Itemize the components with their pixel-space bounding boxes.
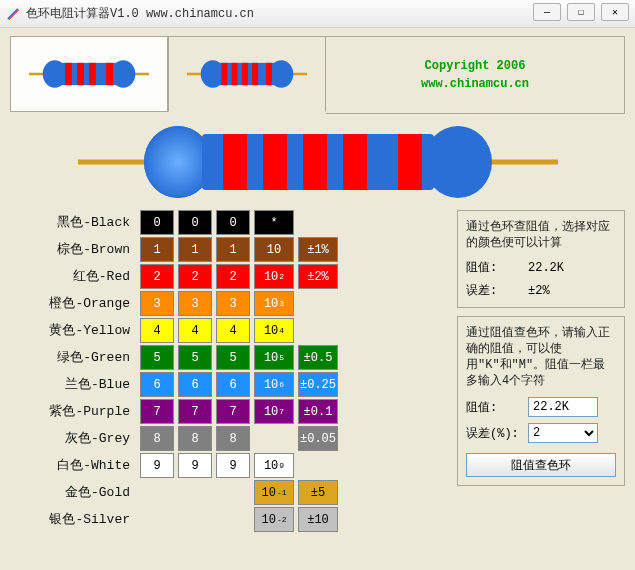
band-cell — [216, 480, 250, 505]
band-cell — [298, 318, 338, 343]
band-cell[interactable]: 5 — [216, 345, 250, 370]
band-cell[interactable]: 3 — [178, 291, 212, 316]
lookup-button[interactable]: 阻值查色环 — [466, 453, 616, 477]
tab-4band[interactable] — [10, 36, 168, 112]
band-cell[interactable]: 9 — [178, 453, 212, 478]
panel1-r-value: 22.2K — [528, 261, 564, 275]
band-cell[interactable]: 10 — [254, 237, 294, 262]
band-cell[interactable]: 105 — [254, 345, 294, 370]
band-cell[interactable]: 103 — [254, 291, 294, 316]
band-cell[interactable]: 10-2 — [254, 507, 294, 532]
band-cell[interactable]: 2 — [140, 264, 174, 289]
band-cell[interactable]: 107 — [254, 399, 294, 424]
band-cell[interactable]: 10-1 — [254, 480, 294, 505]
band-cell[interactable]: 6 — [140, 372, 174, 397]
band-cell[interactable]: 0 — [140, 210, 174, 235]
band-cell[interactable]: 7 — [216, 399, 250, 424]
color-grid: 黑色-Black000*棕色-Brown11110±1%红色-Red222102… — [10, 210, 449, 532]
band-cell[interactable]: 1 — [178, 237, 212, 262]
band-cell[interactable]: 6 — [216, 372, 250, 397]
svg-rect-26 — [303, 134, 327, 190]
band-cell[interactable]: 4 — [216, 318, 250, 343]
band-cell — [254, 426, 294, 451]
band-cell[interactable]: ±0.25 — [298, 372, 338, 397]
color-label: 绿色-Green — [10, 345, 136, 370]
band-cell[interactable]: 6 — [178, 372, 212, 397]
band-cell[interactable]: ±10 — [298, 507, 338, 532]
band-cell[interactable]: 8 — [216, 426, 250, 451]
band-cell[interactable]: ±2% — [298, 264, 338, 289]
band-cell[interactable]: ±0.5 — [298, 345, 338, 370]
band-cell[interactable]: 4 — [140, 318, 174, 343]
band-cell[interactable]: 7 — [178, 399, 212, 424]
panel1-t-value: ±2% — [528, 284, 550, 298]
color-label: 棕色-Brown — [10, 237, 136, 262]
band-cell[interactable]: 4 — [178, 318, 212, 343]
band-cell[interactable]: 102 — [254, 264, 294, 289]
tab-5band[interactable] — [168, 36, 326, 112]
band-cell[interactable]: * — [254, 210, 294, 235]
band-cell — [298, 453, 338, 478]
band-cell[interactable]: 2 — [178, 264, 212, 289]
color-label: 白色-White — [10, 453, 136, 478]
svg-point-21 — [144, 126, 212, 198]
band-cell — [178, 507, 212, 532]
band-cell[interactable]: 106 — [254, 372, 294, 397]
band-cell[interactable]: 7 — [140, 399, 174, 424]
band-cell[interactable]: 2 — [216, 264, 250, 289]
titlebar: 色环电阻计算器V1.0 www.chinamcu.cn — ☐ ✕ — [0, 0, 635, 28]
tolerance-select[interactable]: 120.50.250.10.05510 — [528, 423, 598, 443]
minimize-button[interactable]: — — [533, 3, 561, 21]
color-label: 紫色-Purple — [10, 399, 136, 424]
color-label: 金色-Gold — [10, 480, 136, 505]
svg-rect-8 — [89, 63, 96, 85]
band-cell[interactable]: 8 — [178, 426, 212, 451]
copyright-line1: Copyright 2006 — [425, 59, 526, 73]
band-cell — [140, 480, 174, 505]
band-cell[interactable]: 8 — [140, 426, 174, 451]
window-title: 色环电阻计算器V1.0 www.chinamcu.cn — [26, 5, 254, 22]
color-label: 黄色-Yellow — [10, 318, 136, 343]
band-cell — [298, 291, 338, 316]
copyright-line2: www.chinamcu.cn — [421, 77, 529, 91]
band-cell[interactable]: 3 — [140, 291, 174, 316]
color-label: 银色-Silver — [10, 507, 136, 532]
band-cell — [178, 480, 212, 505]
svg-rect-28 — [398, 134, 422, 190]
band-cell[interactable]: ±5 — [298, 480, 338, 505]
maximize-button[interactable]: ☐ — [567, 3, 595, 21]
svg-rect-27 — [343, 134, 367, 190]
panel1-t-label: 误差: — [466, 282, 522, 299]
band-cell[interactable]: 0 — [216, 210, 250, 235]
color-label: 红色-Red — [10, 264, 136, 289]
band-cell[interactable]: 9 — [216, 453, 250, 478]
svg-rect-9 — [106, 63, 113, 85]
band-cell[interactable]: 1 — [216, 237, 250, 262]
band-cell[interactable]: 5 — [140, 345, 174, 370]
svg-line-0 — [8, 9, 18, 19]
svg-rect-7 — [77, 63, 84, 85]
color-label: 兰色-Blue — [10, 372, 136, 397]
svg-rect-15 — [232, 63, 238, 85]
band-cell[interactable]: 104 — [254, 318, 294, 343]
band-cell[interactable]: 5 — [178, 345, 212, 370]
panel1-r-label: 阻值: — [466, 259, 522, 276]
svg-rect-18 — [266, 63, 272, 85]
svg-rect-14 — [221, 63, 227, 85]
band-cell[interactable]: ±1% — [298, 237, 338, 262]
band-cell[interactable]: ±0.05 — [298, 426, 338, 451]
panel-by-value: 通过阻值查色环，请输入正确的阻值，可以使用"K"和"M"。阻值一栏最多输入4个字… — [457, 316, 625, 486]
panel2-r-label: 阻值: — [466, 399, 522, 416]
band-cell[interactable]: 109 — [254, 453, 294, 478]
panel2-t-label: 误差(%): — [466, 425, 522, 442]
band-cell[interactable]: 3 — [216, 291, 250, 316]
close-button[interactable]: ✕ — [601, 3, 629, 21]
band-cell[interactable]: ±0.1 — [298, 399, 338, 424]
band-cell[interactable]: 1 — [140, 237, 174, 262]
svg-rect-24 — [223, 134, 247, 190]
app-icon — [6, 7, 20, 21]
svg-point-22 — [424, 126, 492, 198]
resistance-input[interactable] — [528, 397, 598, 417]
band-cell[interactable]: 9 — [140, 453, 174, 478]
band-cell[interactable]: 0 — [178, 210, 212, 235]
